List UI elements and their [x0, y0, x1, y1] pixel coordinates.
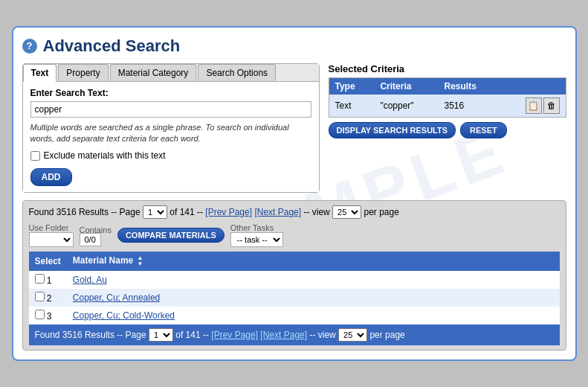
footer-prev-link[interactable]: [Prev Page]	[211, 330, 258, 340]
controls-row: Use Folder Contains 0/0 COMPARE MATERIAL…	[29, 223, 560, 247]
results-header: Found 3516 Results -- Page 1 of 141 -- […	[29, 205, 560, 219]
criteria-action-buttons: 📋 🗑	[500, 95, 566, 118]
results-section: Found 3516 Results -- Page 1 of 141 -- […	[22, 200, 566, 351]
search-label: Enter Search Text:	[30, 88, 311, 98]
selected-criteria-title: Selected Criteria	[329, 63, 566, 74]
dash1: --	[111, 207, 119, 217]
help-icon[interactable]: ?	[22, 39, 37, 54]
tab-text[interactable]: Text	[23, 64, 57, 82]
row-3-name: Copper, Cu; Cold-Worked	[67, 307, 560, 324]
row-3-num: 3	[47, 311, 52, 322]
tab-search-options[interactable]: Search Options	[198, 64, 276, 81]
row-1-checkbox[interactable]	[35, 274, 45, 284]
footer-page-select[interactable]: 1	[149, 328, 173, 342]
criteria-value: "copper"	[374, 95, 438, 118]
col-criteria: Criteria	[374, 77, 438, 95]
main-container: SAMPLE ? Advanced Search Text Property M…	[12, 26, 577, 362]
per-page-label: per page	[364, 207, 398, 217]
prev-page-link[interactable]: [Prev Page]	[205, 207, 252, 217]
criteria-buttons: DISPLAY SEARCH RESULTS RESET	[329, 122, 566, 138]
row-1-select: 1	[29, 271, 67, 289]
footer-view: -- view	[309, 330, 338, 340]
col-material-name: Material Name ▲ ▼	[67, 252, 560, 271]
add-button[interactable]: ADD	[30, 168, 72, 186]
footer-of: of 141 --	[175, 330, 211, 340]
page-select[interactable]: 1	[143, 205, 167, 219]
display-results-button[interactable]: DISPLAY SEARCH RESULTS	[329, 122, 456, 138]
count-display: 0/0	[80, 233, 101, 246]
footer-next-link[interactable]: [Next Page]	[260, 330, 307, 340]
col-select: Select	[29, 252, 67, 271]
use-folder-label: Use Folder	[29, 223, 74, 232]
table-row: 2 Copper, Cu; Annealed	[29, 289, 560, 307]
criteria-results: 3516	[439, 95, 501, 118]
col-actions	[500, 77, 566, 95]
other-tasks-label: Other Tasks	[230, 223, 283, 232]
exclude-checkbox[interactable]	[30, 151, 40, 161]
footer-found-text: Found 3516 Results -- Page	[35, 330, 146, 340]
copy-criteria-button[interactable]: 📋	[526, 97, 542, 114]
search-help-text: Multiple words are searched as a single …	[30, 122, 311, 145]
next-page-link[interactable]: [Next Page]	[254, 207, 301, 217]
found-text: Found 3516 Results	[29, 207, 109, 217]
tab-bar: Text Property Material Category Search O…	[23, 64, 319, 82]
criteria-table: Type Criteria Results Text "copper" 3516	[329, 77, 566, 118]
row-3-select: 3	[29, 307, 67, 324]
footer-per-page-select[interactable]: 25	[338, 328, 367, 342]
criteria-type: Text	[329, 95, 374, 118]
row-3-checkbox[interactable]	[35, 310, 45, 319]
header: ? Advanced Search	[22, 36, 566, 56]
delete-criteria-button[interactable]: 🗑	[543, 97, 560, 114]
footer-per-page-label: per page	[369, 330, 404, 340]
of-pages: of 141 --	[169, 207, 205, 217]
table-row: 3 Copper, Cu; Cold-Worked	[29, 307, 560, 324]
row-1-link[interactable]: Gold, Au	[73, 275, 107, 285]
table-row: 1 Gold, Au	[29, 271, 560, 289]
row-1-name: Gold, Au	[67, 271, 560, 289]
page-title: Advanced Search	[43, 36, 181, 56]
contains-group: Contains 0/0	[80, 226, 112, 245]
row-2-link[interactable]: Copper, Cu; Annealed	[73, 292, 160, 303]
reset-button[interactable]: RESET	[460, 122, 507, 138]
exclude-label: Exclude materials with this text	[44, 150, 166, 161]
compare-materials-button[interactable]: COMPARE MATERIALS	[117, 228, 224, 243]
task-select[interactable]: -- task --	[230, 232, 283, 247]
row-2-select: 2	[29, 289, 67, 307]
row-1-num: 1	[47, 275, 52, 286]
use-folder-group: Use Folder	[29, 223, 74, 247]
row-2-num: 2	[47, 293, 52, 304]
search-form: Enter Search Text: Multiple words are se…	[23, 82, 319, 193]
view-label: -- view	[303, 207, 332, 217]
row-3-link[interactable]: Copper, Cu; Cold-Worked	[73, 310, 175, 321]
folder-select[interactable]	[29, 232, 74, 247]
col-results: Results	[439, 77, 501, 95]
criteria-row: Text "copper" 3516 📋 🗑	[329, 95, 566, 118]
two-col-layout: Text Property Material Category Search O…	[22, 63, 566, 194]
exclude-checkbox-row: Exclude materials with this text	[30, 150, 311, 161]
per-page-select[interactable]: 25	[332, 205, 361, 219]
row-2-checkbox[interactable]	[35, 292, 45, 301]
other-tasks-group: Other Tasks -- task --	[230, 223, 283, 247]
sort-arrows[interactable]: ▲ ▼	[138, 255, 143, 267]
left-panel: Text Property Material Category Search O…	[22, 63, 320, 194]
tab-material-category[interactable]: Material Category	[110, 64, 197, 81]
row-2-name: Copper, Cu; Annealed	[67, 289, 560, 307]
results-table: Select Material Name ▲ ▼	[29, 252, 560, 324]
results-footer: Found 3516 Results -- Page 1 of 141 -- […	[29, 324, 560, 345]
col-type: Type	[329, 77, 374, 95]
search-input[interactable]	[30, 101, 311, 118]
right-panel: Selected Criteria Type Criteria Results …	[329, 63, 566, 194]
page-label: Page	[120, 207, 140, 217]
tab-property[interactable]: Property	[58, 64, 108, 81]
